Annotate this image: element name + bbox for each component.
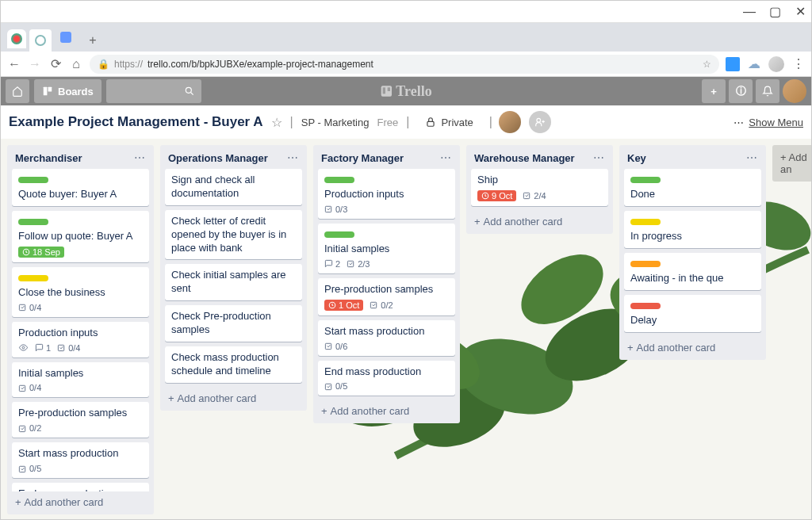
card-label[interactable]	[630, 177, 661, 183]
forward-button[interactable]: →	[28, 57, 42, 71]
list-title[interactable]: Merchandiser	[15, 152, 82, 164]
search-input[interactable]	[106, 79, 201, 103]
info-button[interactable]: ⓘ	[729, 79, 753, 103]
card-title: Quote buyer: Buyer A	[18, 188, 143, 201]
plan-badge: Free	[377, 117, 398, 128]
home-button[interactable]: ⌂	[69, 57, 83, 71]
svg-rect-22	[325, 384, 331, 389]
card[interactable]: Done	[624, 169, 761, 206]
boards-button[interactable]: Boards	[34, 79, 102, 103]
list-menu-button[interactable]: ⋯	[134, 151, 146, 164]
card[interactable]: Close the business 0/4	[12, 267, 149, 317]
card[interactable]: In progress	[624, 211, 761, 248]
card[interactable]: Quote buyer: Buyer A	[12, 169, 149, 206]
card-label[interactable]	[630, 261, 661, 267]
list: Warehouse Manager ⋯ Ship 9 Oct2/4 + Add …	[466, 145, 613, 234]
show-menu-button[interactable]: Show Menu	[749, 117, 803, 128]
minimize-button[interactable]: —	[745, 7, 754, 17]
list-title[interactable]: Operations Manager	[168, 152, 268, 164]
home-icon-button[interactable]	[6, 79, 29, 103]
board-canvas[interactable]: Merchandiser ⋯ Quote buyer: Buyer A Foll…	[1, 139, 811, 520]
comments-badge: 1	[35, 343, 51, 353]
browser-tab-3[interactable]	[55, 26, 77, 48]
card[interactable]: Initial samples 0/4	[12, 362, 149, 398]
svg-point-2	[186, 87, 191, 93]
svg-rect-0	[44, 87, 48, 96]
extension-icon-2[interactable]: ☁	[748, 56, 760, 71]
add-member-button[interactable]	[529, 111, 551, 133]
card-title: Check initial samples are sent	[171, 269, 296, 296]
workspace-name[interactable]: SP - Marketing	[301, 117, 370, 128]
add-list-button[interactable]: + Add an	[772, 145, 811, 182]
list-title[interactable]: Key	[627, 152, 646, 164]
card[interactable]: Delay	[624, 295, 761, 332]
card[interactable]: Check mass production schedule and timel…	[165, 346, 302, 383]
maximize-button[interactable]: ▢	[770, 7, 779, 17]
bookmark-star-icon[interactable]: ☆	[703, 59, 711, 70]
close-window-button[interactable]: ✕	[795, 7, 805, 17]
list-menu-button[interactable]: ⋯	[746, 151, 758, 164]
add-card-button[interactable]: + Add another card	[624, 337, 761, 355]
list-cards: Done In progress Awaiting - in the que D…	[624, 169, 761, 337]
card-label[interactable]	[18, 275, 48, 281]
board-member-1[interactable]	[499, 111, 521, 133]
card-label[interactable]	[18, 219, 48, 225]
list-menu-button[interactable]: ⋯	[440, 151, 452, 164]
add-card-button[interactable]: + Add another card	[471, 211, 608, 229]
visibility-button[interactable]: Private	[417, 111, 481, 133]
card[interactable]: Pre-production samples 0/2	[12, 402, 149, 438]
card[interactable]: End mass production 0/3	[12, 483, 149, 491]
add-card-button[interactable]: + Add another card	[318, 400, 455, 419]
card[interactable]: Follow up quote: Buyer A 18 Sep	[12, 211, 149, 262]
card-label[interactable]	[630, 303, 661, 309]
list-title[interactable]: Factory Manager	[321, 152, 404, 164]
reload-button[interactable]: ⟳	[48, 57, 63, 71]
browser-tab-active[interactable]	[29, 29, 52, 52]
browser-menu-icon[interactable]: ⋮	[792, 56, 805, 71]
address-bar[interactable]: 🔒 https://trello.com/b/bpkJUBXe/example-…	[90, 55, 719, 74]
card-label[interactable]	[630, 219, 661, 225]
extension-icon-1[interactable]	[726, 57, 740, 71]
list-cards: Sign and check all documentation Check l…	[165, 169, 302, 388]
add-card-button[interactable]: + Add another card	[12, 491, 149, 510]
card[interactable]: Pre-production samples 1 Oct0/2	[318, 278, 455, 315]
trello-logo[interactable]: Trello	[380, 83, 431, 100]
back-button[interactable]: ←	[7, 57, 21, 71]
user-avatar[interactable]	[783, 79, 806, 103]
card[interactable]: End mass production 0/5	[318, 361, 455, 396]
notifications-button[interactable]	[756, 79, 779, 103]
card[interactable]: Check initial samples are sent	[165, 264, 302, 300]
checklist-badge: 0/4	[57, 343, 80, 353]
card-label[interactable]	[18, 177, 48, 183]
add-card-button[interactable]: + Add another card	[165, 388, 302, 406]
card[interactable]: Start mass production 0/6	[318, 320, 455, 356]
new-tab-button[interactable]: +	[85, 32, 101, 48]
svg-point-7	[537, 118, 541, 122]
svg-rect-24	[524, 193, 530, 199]
create-button[interactable]: +	[702, 79, 726, 103]
card[interactable]: Initial samples 22/3	[318, 224, 455, 273]
browser-tab-1[interactable]	[7, 29, 26, 48]
card[interactable]: Production inputs 0/3	[318, 169, 455, 219]
card[interactable]: Sign and check all documentation	[165, 169, 302, 205]
card[interactable]: Check letter of credit opened by the buy…	[165, 210, 302, 260]
svg-rect-4	[383, 87, 385, 94]
card[interactable]: Start mass production 0/5	[12, 442, 149, 478]
svg-rect-13	[19, 426, 25, 431]
card-title: Start mass production	[18, 447, 143, 461]
svg-rect-20	[371, 302, 377, 308]
profile-avatar[interactable]	[768, 56, 784, 72]
card[interactable]: Production inputs 10/4	[12, 322, 149, 358]
star-icon[interactable]: ☆	[271, 115, 282, 130]
card[interactable]: Awaiting - in the que	[624, 253, 761, 290]
card[interactable]: Ship 9 Oct2/4	[471, 169, 608, 206]
board-title[interactable]: Example Project Management - Buyer A	[9, 114, 263, 130]
card[interactable]: Check Pre-production samples	[165, 305, 302, 342]
list-title[interactable]: Warehouse Manager	[474, 152, 575, 164]
card-label[interactable]	[324, 231, 354, 238]
list: Key ⋯ Done In progress Awaiting - in the…	[619, 145, 766, 360]
list-menu-button[interactable]: ⋯	[593, 151, 605, 164]
svg-rect-11	[59, 345, 64, 350]
card-label[interactable]	[324, 177, 354, 183]
list-menu-button[interactable]: ⋯	[287, 151, 299, 164]
